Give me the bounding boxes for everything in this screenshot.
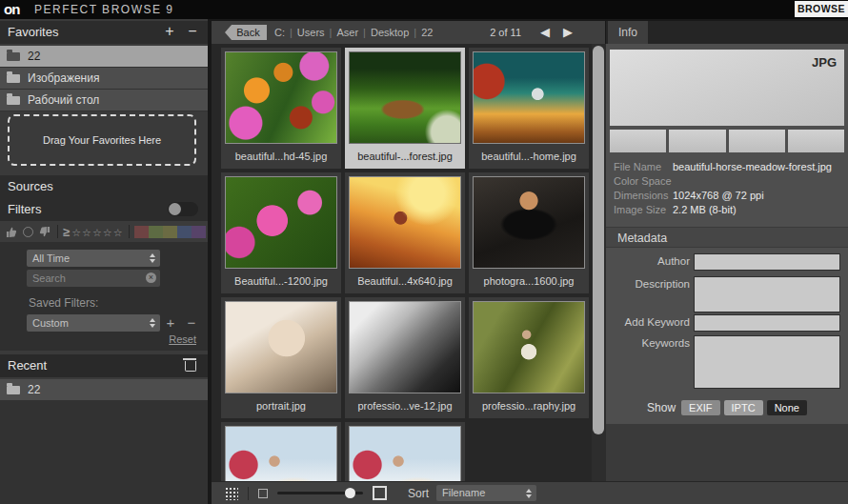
thumbnail-cell[interactable] — [221, 422, 341, 481]
breadcrumb-segment[interactable]: 22 — [421, 27, 433, 38]
time-range-value: All Time — [32, 252, 70, 264]
color-label-swatch[interactable] — [163, 226, 177, 238]
star-icon[interactable]: ☆ — [92, 227, 103, 238]
slider-knob[interactable] — [345, 488, 355, 498]
divider — [248, 487, 249, 500]
favorites-item[interactable]: 22 — [0, 46, 208, 68]
color-label-swatch[interactable] — [192, 226, 206, 238]
info-panel: JPG File Namebeautiful-horse-meadow-fore… — [606, 44, 848, 424]
photo-thumbnail — [225, 426, 337, 481]
sources-header[interactable]: Sources — [0, 175, 208, 198]
file-format-badge: JPG — [812, 55, 837, 70]
next-image-arrow[interactable]: ▶ — [563, 21, 573, 44]
thumbnail-cell[interactable]: professio...ve-12.jpg — [345, 297, 465, 418]
large-thumb-icon[interactable] — [373, 486, 387, 500]
recent-item[interactable]: 22 — [0, 379, 208, 401]
thumbnail-cell[interactable]: professio...raphy.jpg — [469, 297, 589, 418]
sort-select[interactable]: Filename — [436, 485, 536, 501]
grid-view-icon[interactable] — [225, 487, 238, 500]
thumbs-down-icon[interactable] — [38, 226, 50, 238]
color-label-swatch[interactable] — [177, 226, 192, 238]
color-label-swatch[interactable] — [134, 226, 149, 238]
filters-header[interactable]: Filters — [0, 198, 208, 221]
thumbnail-size-slider[interactable] — [277, 492, 363, 494]
remove-favorite-button[interactable]: − — [185, 23, 200, 40]
remove-saved-filter-button[interactable]: − — [185, 314, 198, 332]
author-field[interactable] — [694, 253, 840, 271]
thumbnail-cell[interactable]: Beautiful...-1200.jpg — [221, 172, 341, 293]
select-arrows-icon — [150, 253, 155, 263]
browse-module-button[interactable]: BROWSE — [795, 1, 848, 17]
tab-info[interactable]: Info — [608, 21, 648, 44]
show-exif-button[interactable]: EXIF — [681, 400, 719, 415]
thumbnail-cell[interactable]: beautiful-...forest.jpg — [345, 48, 465, 169]
show-none-button[interactable]: None — [767, 400, 807, 415]
preview-histogram-box: JPG — [610, 50, 844, 126]
thumbnail-cell[interactable]: beautiful...-home.jpg — [469, 48, 589, 169]
thumbnail-filename: photogra...1600.jpg — [469, 269, 589, 292]
photo-thumbnail — [473, 301, 585, 393]
reset-filters-link[interactable]: Reset — [169, 333, 196, 345]
clear-recent-trash-icon[interactable] — [185, 361, 196, 372]
onone-logo-icon: on — [4, 1, 19, 17]
thumbnail-cell[interactable]: beautiful...hd-45.jpg — [221, 48, 341, 169]
file-info-label: Image Size — [614, 203, 673, 217]
star-icon[interactable]: ☆ — [82, 227, 92, 238]
vertical-scrollbar[interactable] — [592, 44, 606, 481]
color-label-swatch[interactable] — [149, 226, 163, 238]
file-info-row: Dimensions1024x768 @ 72 ppi — [614, 189, 844, 203]
exif-summary-cells — [610, 130, 844, 152]
favorites-item[interactable]: Изображения — [0, 68, 208, 90]
filter-options-panel: All Time × Saved Filters: Custom + − Res… — [0, 242, 208, 351]
keywords-field[interactable] — [694, 335, 840, 389]
file-info-label: File Name — [614, 160, 673, 174]
file-info-value: 1024x768 @ 72 ppi — [673, 190, 764, 201]
favorites-item[interactable]: Рабочий стол — [0, 90, 208, 111]
recent-header-label: Recent — [8, 354, 47, 377]
star-icon[interactable]: ☆ — [103, 227, 113, 238]
thumbnail-cell[interactable]: portrait.jpg — [221, 297, 341, 418]
add-saved-filter-button[interactable]: + — [164, 314, 177, 332]
thumbnail-grid-area: beautiful...hd-45.jpgbeautiful-...forest… — [212, 44, 605, 481]
clear-search-icon[interactable]: × — [146, 272, 156, 283]
app-title: PERFECT BROWSE 9 — [34, 0, 173, 19]
small-thumb-icon[interactable] — [258, 489, 268, 498]
photo-thumbnail — [225, 51, 337, 144]
breadcrumb-segment[interactable]: Desktop — [371, 27, 409, 38]
color-label-filter — [134, 226, 206, 238]
thumbs-up-icon[interactable] — [6, 226, 18, 238]
breadcrumb-separator: | — [330, 27, 333, 38]
favorites-drop-zone[interactable]: Drag Your Favorites Here — [8, 114, 196, 166]
search-input[interactable] — [27, 270, 151, 287]
star-icon[interactable]: ☆ — [113, 227, 124, 238]
file-info-value: beautiful-horse-meadow-forest.jpg — [673, 161, 832, 172]
app-window: on PERFECT BROWSE 9 BROWSE Favorites + −… — [0, 0, 848, 504]
breadcrumb-segment[interactable]: Users — [297, 27, 325, 38]
thumbnail-filename: beautiful...-home.jpg — [469, 144, 589, 167]
exif-cell — [610, 130, 666, 152]
star-icon[interactable]: ☆ — [71, 227, 82, 238]
previous-image-arrow[interactable]: ◀ — [540, 21, 550, 44]
add-favorite-button[interactable]: + — [162, 23, 177, 40]
add-keyword-label: Add Keyword — [606, 316, 690, 328]
thumbnail-cell[interactable] — [345, 422, 465, 481]
breadcrumb-separator: | — [290, 27, 293, 38]
photo-thumbnail — [225, 176, 337, 269]
thumbnail-cell[interactable]: Beautiful...4x640.jpg — [345, 172, 465, 293]
none-circle-icon[interactable] — [23, 227, 33, 237]
time-range-select[interactable]: All Time — [27, 250, 160, 267]
thumbnail-cell[interactable]: photogra...1600.jpg — [469, 172, 589, 293]
info-tab-strip: Info — [606, 21, 848, 44]
add-keyword-field[interactable] — [694, 314, 840, 332]
show-metadata-row: Show EXIF IPTC None — [606, 398, 848, 417]
description-field[interactable] — [694, 276, 840, 312]
show-iptc-button[interactable]: IPTC — [724, 400, 763, 415]
scrollbar-thumb[interactable] — [593, 46, 604, 434]
saved-filters-select[interactable]: Custom — [27, 314, 160, 332]
breadcrumb-segment[interactable]: C: — [274, 27, 285, 38]
breadcrumb-segment[interactable]: Aser — [336, 27, 358, 38]
filters-toggle[interactable] — [168, 202, 198, 216]
rating-compare-symbol[interactable]: ≥ — [63, 225, 70, 239]
title-bar: on PERFECT BROWSE 9 BROWSE — [0, 0, 848, 19]
back-button[interactable]: Back — [225, 25, 267, 40]
